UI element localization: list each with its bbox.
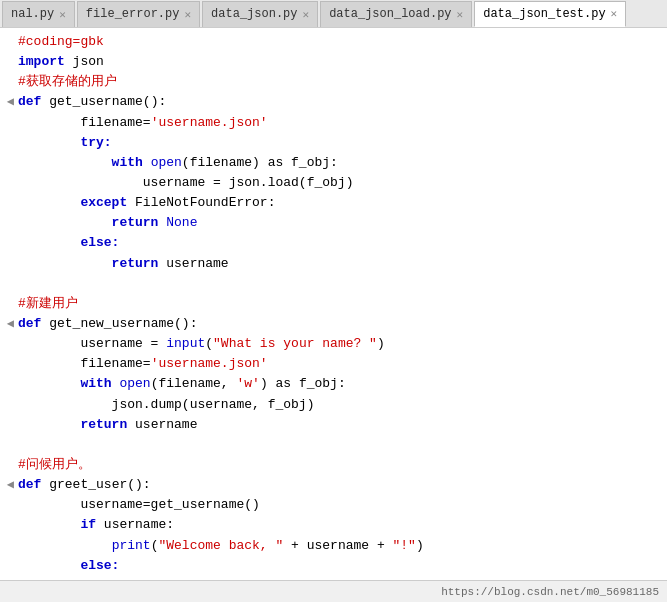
- line-content: else:: [16, 233, 667, 253]
- code-line: return username: [4, 254, 667, 274]
- token: 'w': [236, 376, 259, 391]
- token: ():: [127, 477, 150, 492]
- token: username = json.load(f_obj): [18, 175, 353, 190]
- line-content: [16, 435, 667, 455]
- tab-file_error-py[interactable]: file_error.py✕: [77, 1, 200, 27]
- line-content: username = input("What is your name? "): [16, 334, 667, 354]
- line-prefix: ◀: [4, 476, 14, 495]
- token: "What is your name? ": [213, 336, 377, 351]
- line-content: username=get_username(): [16, 495, 667, 515]
- token: ():: [143, 94, 166, 109]
- tab-close-icon[interactable]: ✕: [59, 8, 66, 21]
- line-content: else:: [16, 556, 667, 576]
- code-line: filename='username.json': [4, 113, 667, 133]
- token: if: [18, 517, 104, 532]
- token: try:: [18, 135, 112, 150]
- tab-close-icon[interactable]: ✕: [303, 8, 310, 21]
- status-bar: https://blog.csdn.net/m0_56981185: [0, 580, 667, 602]
- token: :: [268, 195, 276, 210]
- token: FileNotFoundError: [135, 195, 268, 210]
- token: else:: [18, 235, 119, 250]
- token: #问候用户。: [18, 457, 91, 472]
- token: ():: [174, 316, 197, 331]
- token: username=get_new_username(): [18, 578, 322, 580]
- code-line: username = json.load(f_obj): [4, 173, 667, 193]
- tab-data_json-py[interactable]: data_json.py✕: [202, 1, 318, 27]
- token: get_username: [49, 94, 143, 109]
- token: open: [119, 376, 150, 391]
- code-line: json.dump(username, f_obj): [4, 395, 667, 415]
- token: ): [377, 336, 385, 351]
- line-content: def greet_user():: [16, 475, 667, 495]
- token: def: [18, 477, 49, 492]
- tab-nal-py[interactable]: nal.py✕: [2, 1, 75, 27]
- token: import: [18, 54, 73, 69]
- token: 'username.json': [151, 356, 268, 371]
- code-line: username = input("What is your name? "): [4, 334, 667, 354]
- code-line: import json: [4, 52, 667, 72]
- line-content: return username: [16, 254, 667, 274]
- line-content: #新建用户: [16, 294, 667, 314]
- token: username: [166, 256, 228, 271]
- line-content: #获取存储的用户: [16, 72, 667, 92]
- code-line: with open(filename, 'w') as f_obj:: [4, 374, 667, 394]
- token: open: [151, 155, 182, 170]
- code-line: return None: [4, 213, 667, 233]
- token: #新建用户: [18, 296, 78, 311]
- line-content: filename='username.json': [16, 354, 667, 374]
- token: with: [18, 155, 151, 170]
- tab-close-icon[interactable]: ✕: [611, 7, 618, 20]
- token: return: [18, 256, 166, 271]
- code-line: #问候用户。: [4, 455, 667, 475]
- token: None: [166, 215, 197, 230]
- line-content: print("Welcome back, " + username + "!"): [16, 536, 667, 556]
- line-content: #coding=gbk: [16, 32, 667, 52]
- code-line: with open(filename) as f_obj:: [4, 153, 667, 173]
- token: + username +: [283, 538, 392, 553]
- line-content: def get_username():: [16, 92, 667, 112]
- code-line: print("Welcome back, " + username + "!"): [4, 536, 667, 556]
- token: (: [205, 336, 213, 351]
- token: filename=: [18, 115, 151, 130]
- token: def: [18, 94, 49, 109]
- tab-label: data_json_load.py: [329, 7, 451, 21]
- token: json.dump(username, f_obj): [18, 397, 314, 412]
- token: get_new_username: [49, 316, 174, 331]
- code-content: #coding=gbkimport json#获取存储的用户◀def get_u…: [0, 28, 667, 580]
- line-content: def get_new_username():: [16, 314, 667, 334]
- tab-data_json_load-py[interactable]: data_json_load.py✕: [320, 1, 472, 27]
- token: json: [73, 54, 104, 69]
- tab-close-icon[interactable]: ✕: [184, 8, 191, 21]
- code-line: username=get_username(): [4, 495, 667, 515]
- code-line: except FileNotFoundError:: [4, 193, 667, 213]
- code-line: ◀def get_username():: [4, 92, 667, 112]
- token: (filename,: [151, 376, 237, 391]
- token: else:: [18, 558, 119, 573]
- token: "Welcome back, ": [158, 538, 283, 553]
- tab-data_json_test-py[interactable]: data_json_test.py✕: [474, 1, 626, 27]
- code-line: try:: [4, 133, 667, 153]
- line-content: username=get_new_username(): [16, 576, 667, 580]
- code-line: #获取存储的用户: [4, 72, 667, 92]
- line-content: if username:: [16, 515, 667, 535]
- token: #coding=gbk: [18, 34, 104, 49]
- line-content: import json: [16, 52, 667, 72]
- line-content: #问候用户。: [16, 455, 667, 475]
- token: 'username.json': [151, 115, 268, 130]
- line-content: [16, 274, 667, 294]
- code-line: [4, 274, 667, 294]
- tab-label: file_error.py: [86, 7, 180, 21]
- token: except: [18, 195, 135, 210]
- token: username:: [104, 517, 174, 532]
- token: "!": [393, 538, 416, 553]
- tab-bar: nal.py✕file_error.py✕data_json.py✕data_j…: [0, 0, 667, 28]
- code-area: #coding=gbkimport json#获取存储的用户◀def get_u…: [0, 28, 667, 580]
- line-content: return username: [16, 415, 667, 435]
- code-line: else:: [4, 556, 667, 576]
- code-line: else:: [4, 233, 667, 253]
- status-url: https://blog.csdn.net/m0_56981185: [441, 586, 659, 598]
- code-line: ◀def greet_user():: [4, 475, 667, 495]
- code-line: filename='username.json': [4, 354, 667, 374]
- token: [18, 538, 112, 553]
- tab-close-icon[interactable]: ✕: [457, 8, 464, 21]
